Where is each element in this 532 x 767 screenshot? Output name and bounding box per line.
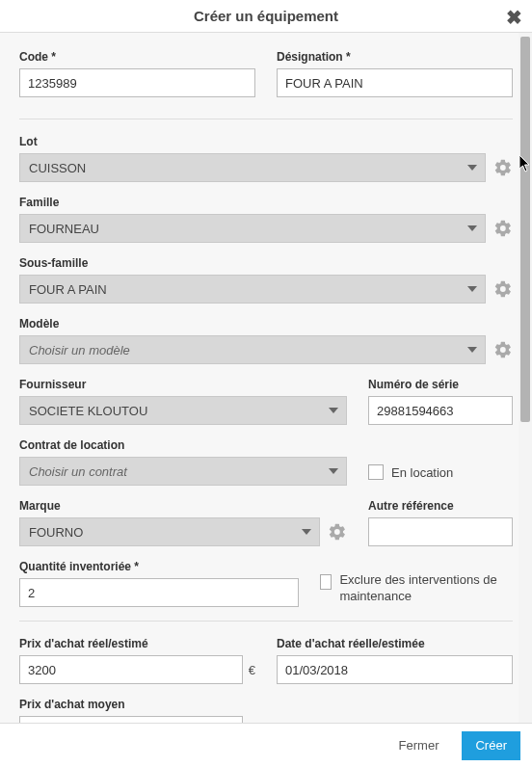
modal-header: Créer un équipement ✖ (0, 0, 532, 33)
prixmoyen-label: Prix d'achat moyen (19, 698, 255, 711)
fournisseur-select[interactable]: SOCIETE KLOUTOU (19, 396, 347, 425)
code-label: Code * (19, 50, 255, 64)
chevron-down-icon (302, 529, 311, 535)
prixmoyen-input[interactable] (19, 716, 243, 723)
chevron-down-icon (467, 347, 477, 353)
modele-select-text: Choisir un modèle (29, 343, 130, 357)
chevron-down-icon (467, 286, 477, 292)
close-icon[interactable]: ✖ (506, 6, 522, 29)
gear-icon[interactable] (493, 340, 513, 359)
gear-icon[interactable] (493, 219, 513, 238)
dateachat-label: Date d'achat réelle/estimée (277, 637, 513, 650)
marque-select[interactable]: FOURNO (19, 517, 320, 546)
gear-icon[interactable] (493, 279, 513, 299)
famille-select-text: FOURNEAU (29, 222, 99, 236)
sousfamille-label: Sous-famille (19, 256, 513, 270)
modele-select[interactable]: Choisir un modèle (19, 335, 486, 364)
gear-icon[interactable] (493, 158, 513, 177)
exclure-checkbox[interactable] (320, 574, 332, 590)
designation-label: Désignation * (277, 50, 513, 64)
enlocation-label: En location (391, 465, 453, 480)
qte-label: Quantité inventoriée * (19, 560, 299, 573)
contrat-label: Contrat de location (19, 438, 347, 452)
fournisseur-select-text: SOCIETE KLOUTOU (29, 404, 147, 418)
famille-select[interactable]: FOURNEAU (19, 214, 486, 243)
exclure-label: Exclure des interventions de maintenance (339, 572, 513, 605)
scrollbar[interactable] (519, 33, 532, 723)
gear-icon[interactable] (328, 522, 347, 542)
scroll-area: Code * Désignation * Lot CUISSON (0, 33, 532, 723)
famille-label: Famille (19, 196, 513, 209)
dateachat-input[interactable] (277, 655, 513, 684)
sousfamille-select[interactable]: FOUR A PAIN (19, 275, 486, 304)
fournisseur-label: Fournisseur (19, 378, 347, 391)
divider (19, 119, 513, 119)
lot-label: Lot (19, 135, 513, 148)
chevron-down-icon (329, 408, 338, 413)
enlocation-checkbox[interactable] (368, 464, 384, 480)
numserie-input[interactable] (368, 396, 513, 425)
lot-select-text: CUISSON (29, 161, 86, 175)
lot-select[interactable]: CUISSON (19, 153, 486, 182)
modal-footer: Fermer Créer (0, 723, 532, 767)
modele-label: Modèle (19, 317, 513, 331)
autreref-label: Autre référence (368, 499, 513, 513)
chevron-down-icon (467, 165, 477, 171)
chevron-down-icon (467, 225, 477, 231)
modal-title: Créer un équipement (194, 8, 338, 24)
sousfamille-select-text: FOUR A PAIN (29, 282, 107, 297)
autreref-input[interactable] (368, 517, 513, 546)
chevron-down-icon (329, 468, 338, 474)
close-button[interactable]: Fermer (386, 731, 453, 760)
scrollbar-thumb[interactable] (520, 37, 530, 422)
marque-select-text: FOURNO (29, 525, 83, 540)
qte-input[interactable] (19, 578, 299, 607)
contrat-select[interactable]: Choisir un contrat (19, 457, 347, 486)
designation-input[interactable] (277, 68, 513, 97)
contrat-select-text: Choisir un contrat (29, 464, 127, 479)
prixreel-input[interactable] (19, 655, 243, 684)
prixreel-label: Prix d'achat réel/estimé (19, 637, 255, 650)
create-button[interactable]: Créer (462, 731, 520, 760)
currency-label: € (249, 663, 255, 677)
numserie-label: Numéro de série (368, 378, 513, 391)
marque-label: Marque (19, 499, 347, 513)
code-input[interactable] (19, 68, 255, 97)
divider (19, 621, 513, 622)
